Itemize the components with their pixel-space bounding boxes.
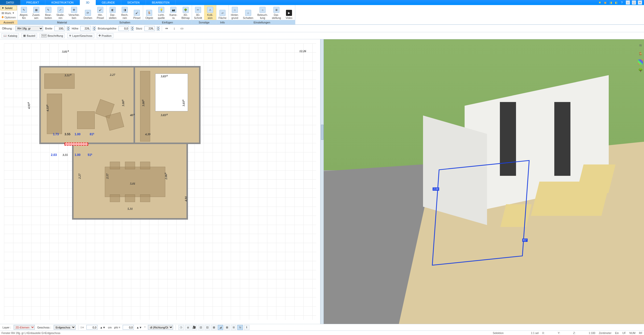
dim: 3.03⁵ <box>182 100 186 107</box>
view-2d[interactable]: 3.81⁵ 12.26 3.51⁵ 2.27 4.93⁵ 4.33⁵ 3.00⁵… <box>0 39 320 324</box>
misc1-icon[interactable]: ◨ <box>609 1 613 5</box>
monitor-icon[interactable]: 🖥 <box>185 325 190 330</box>
door-dir-icon[interactable]: ▭ <box>179 26 185 31</box>
dim: 3.83⁵ <box>161 75 167 78</box>
btn-flaeche[interactable]: ▱Fläche <box>216 5 229 20</box>
btn-beschriftung[interactable]: TXTBeschriftung <box>40 34 65 38</box>
tools-icon[interactable]: ✖ <box>598 1 602 5</box>
btn-objekt[interactable]: 🪑Objekt <box>143 5 155 20</box>
select-geschoss[interactable]: Erdgeschos <box>54 325 76 330</box>
wire-icon[interactable]: ▦ <box>224 325 230 330</box>
info-icon[interactable]: ℹ <box>244 325 249 330</box>
misc2-icon[interactable]: ◧ <box>614 1 618 5</box>
btn-skalieren[interactable]: ⤢Skalie- ren <box>54 5 67 20</box>
close-button[interactable]: × <box>638 1 642 5</box>
spin-l[interactable]: ▲▼ <box>100 326 106 329</box>
spin-sturz[interactable]: ▲▼ <box>157 26 160 31</box>
view-3d[interactable]: 2.03 81⁵ ≋ 🪑 🌳 <box>324 39 644 324</box>
btn-darstellung[interactable]: 🖥Dar- stellung <box>270 5 283 20</box>
btn-3dbitmap[interactable]: 🌳3D- Bitmap <box>179 5 192 20</box>
btn-hinpinsel[interactable]: 🖌Hin. Pinsel <box>94 5 106 20</box>
tab-datei[interactable]: DATEI <box>0 0 20 5</box>
pref-icon[interactable]: ▣ <box>603 1 607 5</box>
input-breite[interactable] <box>54 26 65 31</box>
btn-bearbeiten[interactable]: ✎Bear- beiten <box>42 5 54 20</box>
input-phi[interactable] <box>123 325 134 330</box>
scale-icon: ⤢ <box>57 7 63 13</box>
btn-bauteil[interactable]: ▦Bauteil <box>21 33 37 38</box>
btn-drehen[interactable]: ⟳Drehen <box>82 5 94 20</box>
move-icon: ✥ <box>71 7 77 13</box>
btn-pinsel[interactable]: 🖌Pinsel <box>131 5 143 20</box>
tab-3d[interactable]: 3D <box>80 0 96 5</box>
maximize-button[interactable]: □ <box>632 1 636 5</box>
tab-bearbeiten[interactable]: BEARBEITEN <box>146 0 176 5</box>
select-button[interactable]: ➤Selekt <box>1 6 17 10</box>
btn-3dschnitt[interactable]: ✂3D- Schnitt <box>192 5 204 20</box>
layers-icon: ≋ <box>69 34 71 37</box>
color-icon[interactable] <box>638 59 643 64</box>
mirror-v-icon[interactable]: ↕ <box>172 26 177 31</box>
input-oeffnung[interactable]: RH 1flg. gr <box>15 26 43 31</box>
tab-projekt[interactable]: PROJEKT <box>20 0 46 5</box>
btn-kamera[interactable]: 📷Kame- ra <box>167 5 179 20</box>
group-einstellungen: Einstellungen <box>229 20 295 24</box>
grid-icon[interactable]: ⊞ <box>231 325 236 330</box>
tab-sichten[interactable]: SICHTEN <box>121 0 146 5</box>
splitter[interactable] <box>320 39 324 324</box>
group-einfuegen: Einfügen <box>143 20 192 24</box>
btn-verschieben[interactable]: ✥Verschie- ben <box>67 5 82 20</box>
stack1-icon[interactable]: ▧ <box>198 325 204 330</box>
btn-zuweisen[interactable]: ▦Zuwei- sen <box>30 5 42 20</box>
dim: 3.00⁵ <box>121 100 125 107</box>
btn-schatten[interactable]: ⌂Schatten <box>241 5 255 20</box>
tree-icon[interactable]: 🌳 <box>637 67 643 73</box>
btn-lichtquelle[interactable]: 💡Licht- quelle <box>155 5 167 20</box>
select-layer[interactable]: 2D-Elemen <box>14 325 35 330</box>
stack3-icon[interactable]: ▦ <box>211 325 217 330</box>
options-button[interactable]: ✚Optionen <box>1 15 17 19</box>
spin-bruestung[interactable]: ▲▼ <box>131 26 134 31</box>
layers-icon[interactable]: ≋ <box>637 42 643 48</box>
catalog-icon: 📖 <box>3 34 7 37</box>
shade-icon[interactable]: ◢ <box>218 325 223 330</box>
selected-door[interactable] <box>65 143 88 146</box>
spin-breite[interactable]: ▲▼ <box>67 26 70 31</box>
help-icon[interactable]: ? <box>620 1 624 5</box>
spin-hoehe[interactable]: ▲▼ <box>93 26 96 31</box>
btn-kollision[interactable]: ⚠Kolli- sion <box>204 5 216 20</box>
bottom-bar: Layer : 2D-Elemen Geschoss : Erdgeschos … <box>0 324 644 330</box>
input-l[interactable] <box>86 325 98 330</box>
cam2-icon[interactable]: 🎥 <box>191 325 197 330</box>
btn-katalog[interactable]: 📖Katalog <box>2 33 19 38</box>
btn-video[interactable]: ▶Video <box>283 5 295 20</box>
dim: 1.00 <box>75 153 80 157</box>
selection-outline-3d <box>432 160 530 266</box>
btn-position[interactable]: ✥Position <box>97 33 113 38</box>
shadow-icon: ⌂ <box>245 10 251 16</box>
group-material: Material <box>18 20 106 24</box>
clock-icon[interactable]: ◷ <box>178 325 184 330</box>
ribbon: ➤Selekt ▤Mark.▾ ✚Optionen Auswahl ✎Abgre… <box>0 5 644 25</box>
input-bruestung[interactable] <box>118 26 129 31</box>
btn-beleuchtung[interactable]: ⌂Beleuch- tung <box>255 5 270 20</box>
btn-layer[interactable]: ≋Layer/Geschoss <box>67 33 94 38</box>
label-geschoss: Geschoss : <box>37 326 51 329</box>
stack2-icon[interactable]: ▨ <box>205 325 210 330</box>
select-dl[interactable]: dl (Richtung/Di <box>148 325 173 330</box>
mirror-h-icon[interactable]: ⇔ <box>164 26 170 31</box>
input-sturz[interactable] <box>144 26 155 31</box>
north-icon[interactable]: N <box>237 325 243 330</box>
dim: 5.01 <box>130 182 135 186</box>
tab-gelaende[interactable]: GELÄNDE <box>96 0 121 5</box>
chair-icon[interactable]: 🪑 <box>637 51 643 57</box>
btn-hintergrund[interactable]: ⌂Hinter- grund <box>229 5 241 20</box>
btn-rechnen[interactable]: ◨Rech- nen <box>119 5 131 20</box>
input-hoehe[interactable] <box>80 26 91 31</box>
btn-abgreifen[interactable]: ✎Abgrei- fen <box>18 5 30 20</box>
spin-phi[interactable]: ▲▼ <box>136 326 142 329</box>
tab-konstruktion[interactable]: KONSTRUKTION <box>45 0 80 5</box>
btn-darstellen[interactable]: ◧Dar- stellen <box>107 5 119 20</box>
mark-button[interactable]: ▤Mark.▾ <box>1 11 17 15</box>
minimize-button[interactable]: – <box>626 1 630 5</box>
